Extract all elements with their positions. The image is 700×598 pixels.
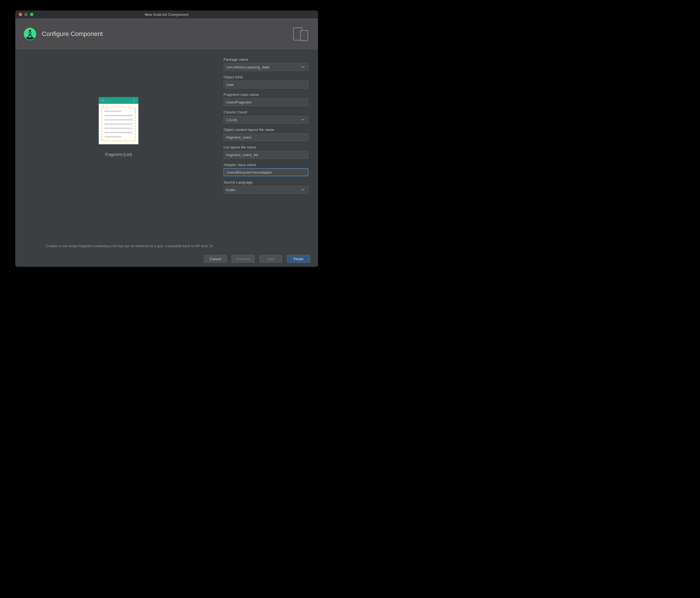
object-kind-value: User: [226, 82, 234, 87]
description-text: Creates a new empty fragment containing …: [15, 244, 318, 251]
label-content-layout: Object content layout file name: [224, 128, 308, 132]
label-package-name: Package name: [224, 57, 308, 62]
package-name-value: com.kiloloco.passing_data: [226, 65, 269, 69]
label-column-count: Column Count: [224, 110, 308, 114]
preview-toolbar: ← ⋮: [99, 97, 139, 104]
field-column-count: Column Count 1 (List): [224, 110, 308, 124]
preview-line: [104, 132, 133, 133]
preview-card: ← ⋮: [99, 97, 139, 144]
source-language-combo[interactable]: Kotlin: [224, 186, 308, 194]
column-count-value: 1 (List): [226, 118, 238, 122]
dialog-footer: Cancel Previous Next Finish: [15, 251, 318, 267]
field-package-name: Package name com.kiloloco.passing_data: [224, 57, 308, 71]
column-count-combo[interactable]: 1 (List): [224, 116, 308, 124]
previous-button[interactable]: Previous: [231, 255, 255, 263]
preview-pane: ← ⋮ Fragment (List): [25, 57, 212, 241]
field-list-layout: List layout file name fragment_users_lis…: [224, 145, 308, 159]
field-fragment-class: Fragment class name UsersFragment: [224, 93, 308, 106]
back-arrow-icon: ←: [101, 98, 105, 103]
preview-line: [104, 128, 133, 129]
label-list-layout: List layout file name: [224, 145, 308, 149]
text-caret: [236, 170, 236, 174]
dialog-body: ← ⋮ Fragment (List): [15, 50, 318, 244]
preview-body: [99, 104, 139, 144]
window-title: New Android Component: [15, 13, 318, 17]
fragment-class-value: UsersFragment: [226, 100, 252, 104]
content-layout-value: fragment_users: [226, 135, 252, 140]
preview-line: [104, 136, 121, 138]
preview-line: [104, 119, 133, 121]
adapter-class-value-pre: Users: [226, 170, 236, 175]
android-studio-icon: [23, 27, 37, 41]
field-object-kind: Object Kind User: [224, 75, 308, 89]
svg-point-4: [304, 39, 305, 40]
cancel-button[interactable]: Cancel: [204, 255, 227, 263]
finish-button[interactable]: Finish: [287, 255, 310, 263]
preview-line: [104, 115, 133, 116]
field-content-layout: Object content layout file name fragment…: [224, 128, 308, 141]
fragment-class-input[interactable]: UsersFragment: [224, 98, 308, 106]
chevron-down-icon: [300, 64, 306, 71]
preview-list-outline: [102, 107, 135, 141]
object-kind-input[interactable]: User: [224, 81, 308, 89]
source-language-value: Kotlin: [226, 188, 235, 192]
adapter-class-input[interactable]: UsersRecyclerViewAdapter: [224, 168, 308, 176]
chevron-down-icon: [300, 116, 306, 123]
chevron-down-icon: [300, 186, 306, 194]
form-pane: Package name com.kiloloco.passing_data O…: [224, 57, 308, 241]
list-layout-input[interactable]: fragment_users_list: [224, 151, 308, 159]
preview-line: [104, 110, 121, 112]
label-adapter-class: Adapter class name: [224, 163, 308, 167]
field-adapter-class: Adapter class name UsersRecyclerViewAdap…: [224, 163, 308, 176]
package-name-combo[interactable]: com.kiloloco.passing_data: [224, 63, 308, 71]
devices-icon: [293, 27, 309, 41]
label-fragment-class: Fragment class name: [224, 93, 308, 97]
preview-caption: Fragment (List): [105, 152, 132, 157]
list-layout-value: fragment_users_list: [226, 153, 258, 157]
preview-line: [104, 123, 133, 125]
adapter-class-value-post: RecyclerViewAdapter: [237, 170, 272, 175]
dialog-header: Configure Component: [15, 18, 318, 50]
titlebar: New Android Component: [15, 10, 318, 18]
overflow-icon: ⋮: [132, 98, 136, 102]
content-layout-input[interactable]: fragment_users: [224, 133, 308, 141]
page-title: Configure Component: [42, 30, 103, 38]
field-source-language: Source Language Kotlin: [224, 180, 308, 194]
label-object-kind: Object Kind: [224, 75, 308, 79]
next-button[interactable]: Next: [259, 255, 282, 263]
dialog-window: New Android Component Configure Componen…: [15, 10, 318, 267]
label-source-language: Source Language: [224, 180, 308, 184]
